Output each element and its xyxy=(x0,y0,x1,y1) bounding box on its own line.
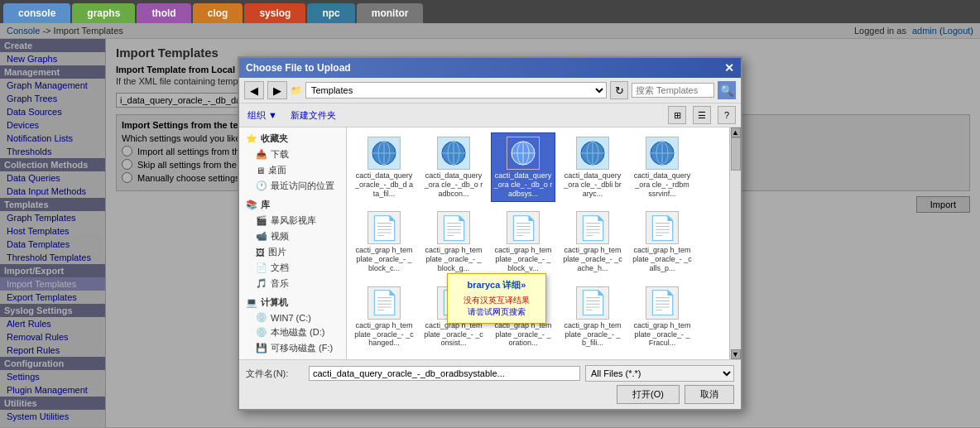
tab-thold[interactable]: thold xyxy=(137,3,190,23)
view-help-button[interactable]: ? xyxy=(718,106,736,124)
left-pane-item-docs[interactable]: 📄文档 xyxy=(243,260,343,276)
modal-bottom-bar: 文件名(N): All Files (*.*) 打开(O) 取消 xyxy=(239,359,741,409)
modal-back-button[interactable]: ◀ xyxy=(244,81,264,99)
file-item-1[interactable]: cacti_data_query_ora cle_-_db_o radbcon.… xyxy=(421,132,486,202)
modal-cancel-button[interactable]: 取消 xyxy=(685,385,734,404)
tooltip-title: braryca 详细» xyxy=(456,279,537,291)
modal-address-bar: 📁 Templates ↻ xyxy=(291,81,628,99)
tab-graphs[interactable]: graphs xyxy=(72,3,135,23)
modal-search-button[interactable]: 🔍 xyxy=(718,81,736,99)
left-pane-item-d-drive[interactable]: 💿本地磁盘 (D:) xyxy=(243,325,343,340)
file-item-8[interactable]: 📄 cacti_grap h_template _oracle_- _cache… xyxy=(560,207,625,277)
modal-open-button[interactable]: 打开(O) xyxy=(617,385,680,404)
modal-toolbar: ◀ ▶ 📁 Templates ↻ 🔍 xyxy=(239,78,741,103)
tooltip: braryca 详细» 没有汉英互译结果 请尝试网页搜索 xyxy=(447,273,546,324)
file-icon-img-2 xyxy=(507,137,540,170)
recent-icon: 🕐 xyxy=(256,180,267,191)
modal-action-buttons: 打开(O) 取消 xyxy=(246,385,734,404)
favorites-section: ⭐ 收藏夹 📥下载 🖥桌面 🕐最近访问的位置 xyxy=(243,131,343,194)
tooltip-line1: 没有汉英互译结果 xyxy=(456,295,537,306)
file-label-1: cacti_data_query_ora cle_-_db_o radbcon.… xyxy=(424,171,483,198)
file-label-14: cacti_grap h_template _oracle_- _Fracul.… xyxy=(632,321,692,348)
file-item-9[interactable]: 📄 cacti_grap h_template _oracle_- _calls… xyxy=(630,207,694,277)
file-item-15[interactable]: 📄 cacti_grap h_template _oracle_- _libwr… xyxy=(352,357,416,359)
left-pane-item-storm[interactable]: 🎬暴风影视库 xyxy=(243,213,343,228)
tooltip-line2: 请尝试网页搜索 xyxy=(456,306,537,318)
file-label-6: cacti_grap h_template _oracle_- _block_g… xyxy=(424,246,483,272)
modal-search-input[interactable] xyxy=(632,83,714,98)
tab-syslog[interactable]: syslog xyxy=(244,3,305,23)
music-icon: 🎵 xyxy=(256,278,267,289)
left-pane-item-c-drive[interactable]: 💿WIN7 (C:) xyxy=(243,310,343,325)
pictures-icon: 🖼 xyxy=(256,248,265,257)
refresh-button[interactable]: ↻ xyxy=(610,81,628,99)
docs-icon: 📄 xyxy=(256,262,267,273)
file-label-11: cacti_grap h_template _oracle_- _consist… xyxy=(424,321,483,348)
computer-icon: 💻 xyxy=(246,297,257,308)
file-icon-img-14: 📄 xyxy=(646,286,679,320)
file-icon-img-5: 📄 xyxy=(368,211,401,244)
file-label-2: cacti_data_query_ora cle_-_db_o radbsys.… xyxy=(493,171,553,198)
modal-action-bar: 组织 ▼ 新建文件夹 ⊞ ☰ ? xyxy=(239,103,741,127)
view-icons-button[interactable]: ⊞ xyxy=(668,106,686,124)
star-icon: ⭐ xyxy=(246,133,257,144)
computer-header: 💻 计算机 xyxy=(243,295,343,310)
scroll-down-button[interactable]: ▼ xyxy=(731,349,741,359)
file-icon-img-10: 📄 xyxy=(368,286,401,320)
view-list-button[interactable]: ☰ xyxy=(693,106,711,124)
drive-f-icon: 💾 xyxy=(256,343,267,353)
modal-left-pane: ⭐ 收藏夹 📥下载 🖥桌面 🕐最近访问的位置 📚 xyxy=(239,127,347,359)
computer-section: 💻 计算机 💿WIN7 (C:) 💿本地磁盘 (D:) 💾可移动磁盘 (F:) xyxy=(243,295,343,356)
left-pane-item-pictures[interactable]: 🖼图片 xyxy=(243,244,343,260)
left-pane-item-music[interactable]: 🎵音乐 xyxy=(243,276,343,291)
library-label: 库 xyxy=(261,199,270,211)
computer-label: 计算机 xyxy=(261,296,288,309)
scrollbar[interactable]: ▲ ▼ xyxy=(729,127,741,359)
filename-row: 文件名(N): All Files (*.*) xyxy=(246,365,734,382)
new-folder-button[interactable]: 新建文件夹 xyxy=(287,108,339,123)
modal-overlay: Choose File to Upload ✕ ◀ ▶ 📁 Templates … xyxy=(0,23,980,428)
scroll-up-button[interactable]: ▲ xyxy=(731,127,741,137)
file-item-4[interactable]: cacti_data_query_ora cle_-_rdbm ssrvinf.… xyxy=(630,132,694,202)
left-pane-item-video[interactable]: 📹视频 xyxy=(243,228,343,244)
file-item-7[interactable]: 📄 cacti_grap h_template _oracle_- _block… xyxy=(491,207,555,277)
tooltip-title-text: braryca 详细» xyxy=(468,280,526,290)
video-icon2: 📹 xyxy=(256,231,267,242)
modal-titlebar: Choose File to Upload ✕ xyxy=(239,58,741,78)
organize-button[interactable]: 组织 ▼ xyxy=(244,108,281,123)
file-icon-img-6: 📄 xyxy=(437,211,470,244)
file-item-0[interactable]: cacti_data_query_oracle_-_db_d ata_fil..… xyxy=(352,132,416,202)
file-item-10[interactable]: 📄 cacti_grap h_template _oracle_- _chang… xyxy=(352,282,416,352)
scroll-track xyxy=(731,137,741,349)
tab-clog[interactable]: clog xyxy=(193,3,243,23)
library-section: 📚 库 🎬暴风影视库 📹视频 🖼图片 📄文档 xyxy=(243,197,343,291)
favorites-label: 收藏夹 xyxy=(261,132,288,145)
file-item-3[interactable]: cacti_data_query_ora cle_-_dbli braryc..… xyxy=(560,132,625,202)
left-pane-item-recent[interactable]: 🕐最近访问的位置 xyxy=(243,178,343,194)
file-item-16[interactable]: 📄 cacti_grap h_template _oracle_- _althe… xyxy=(421,357,486,359)
left-pane-item-download[interactable]: 📥下载 xyxy=(243,147,343,162)
scroll-thumb[interactable] xyxy=(731,137,741,171)
desktop-icon: 🖥 xyxy=(256,166,265,176)
file-item-14[interactable]: 📄 cacti_grap h_template _oracle_- _Fracu… xyxy=(630,282,694,352)
file-icon-img-3 xyxy=(576,137,609,170)
left-pane-item-f-drive[interactable]: 💾可移动磁盘 (F:) xyxy=(243,340,343,356)
tab-npc[interactable]: npc xyxy=(307,3,354,23)
file-item-6[interactable]: 📄 cacti_grap h_template _oracle_- _block… xyxy=(421,207,486,277)
modal-close-button[interactable]: ✕ xyxy=(724,61,734,75)
filetype-select[interactable]: All Files (*.*) xyxy=(585,365,734,382)
filename-input[interactable] xyxy=(309,366,580,381)
tab-console[interactable]: console xyxy=(3,3,70,23)
left-pane-item-desktop[interactable]: 🖥桌面 xyxy=(243,162,343,178)
tab-monitor[interactable]: monitor xyxy=(357,3,424,23)
file-icon-img-0 xyxy=(368,137,401,170)
file-chooser-modal: Choose File to Upload ✕ ◀ ▶ 📁 Templates … xyxy=(238,56,742,411)
modal-file-grid: cacti_data_query_oracle_-_db_d ata_fil..… xyxy=(347,127,729,359)
file-item-2[interactable]: cacti_data_query_ora cle_-_db_o radbsys.… xyxy=(491,132,555,202)
file-label-7: cacti_grap h_template _oracle_- _block_v… xyxy=(493,246,553,272)
modal-forward-button[interactable]: ▶ xyxy=(267,81,287,99)
file-item-13[interactable]: 📄 cacti_grap h_template _oracle_- _b_fil… xyxy=(560,282,625,352)
file-item-5[interactable]: 📄 cacti_grap h_template _oracle_- _block… xyxy=(352,207,416,277)
favorites-header: ⭐ 收藏夹 xyxy=(243,131,343,147)
modal-path-select[interactable]: Templates xyxy=(305,82,607,99)
